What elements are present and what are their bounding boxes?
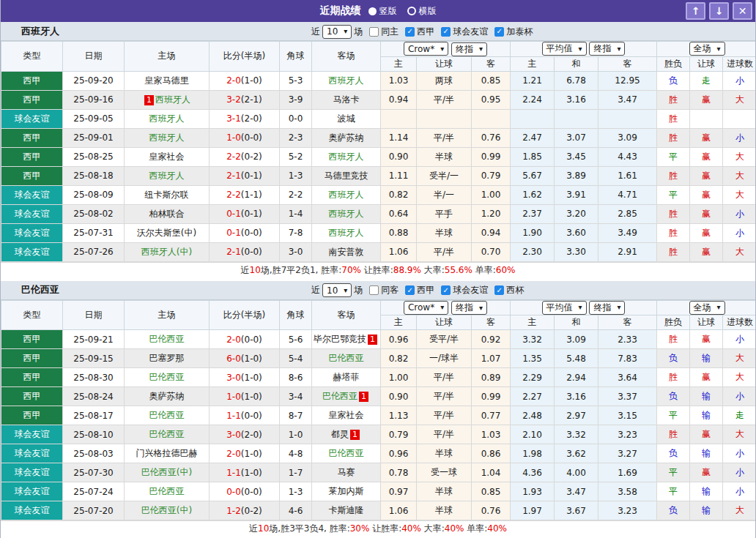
same-home-checkbox[interactable]: ✓ [369, 27, 379, 37]
euro-away-odds: 2.85 [598, 204, 657, 223]
corner-cell: 3-9 [280, 90, 312, 109]
asia-provider-select[interactable]: Crow*▾ [404, 301, 448, 315]
asia-home-odds: 0.96 [381, 330, 417, 349]
match-count-select[interactable]: 10 ▾ [322, 25, 352, 39]
home-team-name: 巴伦西亚 [149, 486, 185, 496]
same-away-checkbox[interactable]: ✓ [369, 285, 379, 295]
asia-handicap-line: 平/半 [417, 128, 472, 147]
score-cell: 3-0(2-0) [210, 425, 280, 444]
result-handicap-value: 输 [702, 353, 711, 363]
date-cell: 25-08-03 [63, 444, 125, 463]
result-goals-cell: 大 [723, 90, 756, 109]
chevron-down-icon: ▾ [717, 304, 721, 311]
scope-select[interactable]: 全场▾ [689, 42, 725, 56]
corner-cell: 5-6 [280, 330, 312, 349]
result-wdl-value: 负 [669, 353, 678, 363]
euro-provider-select[interactable]: 平均值▾ [542, 301, 587, 315]
asia-handicap-line: 半球 [417, 501, 472, 520]
laliga-checkbox[interactable]: ✓ [405, 285, 415, 295]
home-team-name: 沃尔夫斯堡(中) [137, 228, 196, 238]
result-handicap-cell: 输 [690, 444, 723, 463]
result-wdl-value: 胜 [669, 372, 678, 382]
asia-away-odds: 1.04 [472, 463, 511, 482]
col-asia-away: 客 [472, 56, 511, 71]
asia-home-odds: 0.88 [381, 223, 417, 242]
asia-handicap-line: 一/球半 [417, 349, 472, 368]
home-team-name: 巴伦西亚(中) [141, 505, 192, 515]
laliga-label: 西甲 [417, 284, 434, 296]
summary-text: 场,胜7平2负1, 胜率: [261, 265, 341, 275]
asia-away-odds: 0.92 [472, 330, 511, 349]
result-handicap-value: 赢 [702, 171, 711, 181]
result-group: 全场▾ [657, 42, 756, 57]
result-handicap-value: 赢 [702, 94, 711, 105]
chevron-down-icon: ▾ [344, 287, 347, 294]
col-date: 日期 [63, 42, 125, 72]
result-goals-value: 大 [735, 190, 744, 200]
date-cell: 25-07-20 [63, 501, 125, 520]
match-count-select[interactable]: 10 ▾ [322, 283, 352, 297]
asia-home-odds: 0.79 [381, 425, 417, 444]
asia-kind-select[interactable]: 终指▾ [451, 301, 487, 315]
cup-checkbox[interactable]: ✓ [494, 285, 504, 295]
match-row: 西甲 25-09-21 巴伦西亚 2-0(0-0) 5-6 毕尔巴鄂竞技1 0.… [1, 330, 756, 349]
asia-kind-select[interactable]: 终指▾ [451, 42, 487, 56]
euro-home-odds: 1.97 [511, 501, 555, 520]
close-button[interactable]: ✕ [733, 2, 752, 20]
radio-horizontal-layout[interactable]: 横版 [407, 5, 437, 18]
asia-handicap-line: 平/半 [417, 387, 472, 406]
home-team-name: 巴塞罗那 [149, 353, 185, 363]
rank-badge: 1 [368, 335, 377, 345]
result-handicap-cell: 赢 [690, 368, 723, 387]
away-team-name: 巴伦西亚 [329, 448, 364, 458]
away-team-name: 马德里竞技 [325, 171, 368, 181]
corner-cell: 1-3 [280, 482, 312, 501]
col-date: 日期 [63, 300, 125, 330]
friendly-checkbox[interactable]: ✓ [441, 27, 451, 37]
halftime-score: (0-1) [241, 171, 262, 181]
date-cell: 25-08-10 [63, 425, 125, 444]
move-down-button[interactable]: ↓ [709, 2, 729, 20]
result-wdl-value: 负 [669, 391, 678, 401]
radio-vertical-layout[interactable]: 竖版 [368, 5, 397, 18]
up-arrow-icon: ↑ [692, 5, 700, 17]
home-team-name: 西班牙人(中) [141, 247, 192, 257]
result-goals-cell: 大 [723, 349, 756, 368]
summary-text: 让胜率: [369, 523, 401, 534]
euro-kind-select[interactable]: 终指▾ [589, 42, 625, 56]
friendly-checkbox[interactable]: ✓ [441, 285, 451, 295]
match-row: 球会友谊 25-09-05 西班牙人 3-1(2-0) 0-0 波城 胜 [1, 109, 756, 128]
home-team-cell: 西班牙人 [125, 166, 210, 185]
summary-text: 近 [241, 265, 250, 275]
league-type-badge: 西甲 [1, 128, 63, 147]
date-cell: 25-07-24 [63, 482, 125, 501]
result-handicap-cell: 赢 [690, 185, 723, 204]
away-team-name: 莱加内斯 [329, 486, 364, 496]
league-type-badge: 西甲 [1, 71, 63, 90]
move-up-button[interactable]: ↑ [686, 2, 705, 20]
fulltime-score: 1-0 [226, 132, 241, 143]
asia-provider-select[interactable]: Crow*▾ [404, 42, 448, 56]
stats-summary: 近10场,胜3平3负4, 胜率:30% 让胜率:40% 大率:40% 单率:40… [1, 520, 755, 537]
euro-home-odds: 2.47 [511, 128, 555, 147]
halftime-score: (1-0) [241, 468, 262, 478]
result-wdl-cell: 负 [657, 349, 690, 368]
euro-home-odds: 1.98 [511, 444, 555, 463]
result-wdl-value: 胜 [669, 132, 678, 143]
league-type-badge: 球会友谊 [1, 444, 63, 463]
asia-provider-value: Crow* [408, 44, 434, 54]
fulltime-score: 3-2 [226, 94, 241, 105]
fulltime-score: 2-1 [226, 247, 241, 257]
col-away: 客场 [312, 300, 381, 330]
fulltime-score: 3-0 [226, 430, 241, 440]
result-handicap-cell: 输 [690, 349, 723, 368]
col-asia-home: 主 [381, 315, 417, 330]
date-cell: 25-08-25 [63, 147, 125, 166]
result-handicap-value: 输 [702, 391, 711, 401]
home-team-cell: 西班牙人(中) [125, 242, 210, 261]
euro-kind-select[interactable]: 终指▾ [589, 301, 625, 315]
laliga-checkbox[interactable]: ✓ [405, 27, 415, 37]
euro-provider-select[interactable]: 平均值▾ [542, 42, 587, 56]
scope-select[interactable]: 全场▾ [689, 301, 725, 315]
cup-checkbox[interactable]: ✓ [494, 27, 504, 37]
